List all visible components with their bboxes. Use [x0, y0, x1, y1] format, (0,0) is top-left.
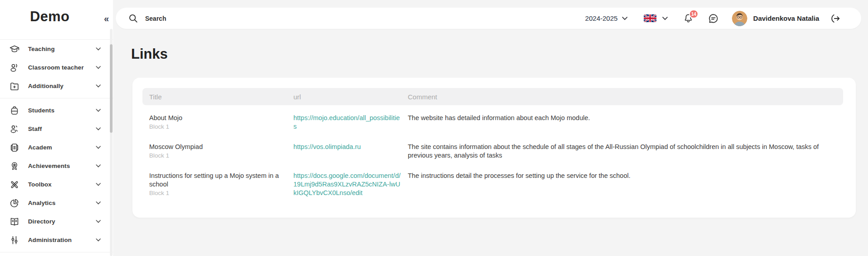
sidebar-item-label: Analytics [28, 200, 56, 206]
link-comment: The site contains information about the … [408, 143, 839, 160]
logout-icon [829, 13, 841, 24]
sidebar-item-teaching[interactable]: Teaching [0, 40, 113, 58]
topbar-right: 2024-2025 14 Davidenkova Natalia [585, 11, 841, 26]
notifications-button[interactable]: 14 [683, 13, 694, 24]
comment-cell: The instructions detail the processes fo… [408, 172, 843, 180]
link-url[interactable]: https://vos.olimpiada.ru [293, 143, 401, 151]
journal-icon [9, 142, 20, 153]
link-title: About Mojo [149, 114, 288, 122]
link-comment: The instructions detail the processes fo… [408, 172, 839, 180]
sliders-icon [9, 235, 20, 246]
topbar: Search 2024-2025 14 Davidenkova N [116, 8, 861, 29]
chevron-down-icon [622, 17, 627, 20]
page-title: Links [131, 46, 168, 62]
sidebar-item-label: Academ [28, 144, 52, 151]
link-url[interactable]: https://mojo.education/all_possibilities [293, 114, 401, 131]
language-selector[interactable] [644, 14, 668, 22]
sidebar-item-directory[interactable]: Directory [0, 212, 113, 231]
chevron-down-icon [96, 220, 101, 223]
url-cell: https://mojo.education/all_possibilities [293, 114, 408, 131]
avatar[interactable] [732, 11, 747, 26]
table-row: About Mojo Block 1 https://mojo.educatio… [142, 114, 843, 131]
chevron-down-icon [96, 109, 101, 112]
sidebar-item-analytics[interactable]: Analytics [0, 194, 113, 212]
sidebar-item-label: Staff [28, 126, 42, 132]
comment-cell: The website has detailed information abo… [408, 114, 843, 122]
search-placeholder: Search [145, 15, 166, 22]
comment-cell: The site contains information about the … [408, 143, 843, 160]
sidebar-item-students[interactable]: Students [0, 101, 113, 120]
url-cell: https://vos.olimpiada.ru [293, 143, 408, 151]
sidebar-item-achievements[interactable]: Achievements [0, 157, 113, 175]
sidebar-nav: Teaching Classroom teacher Additionally … [0, 40, 113, 252]
search-icon [128, 14, 138, 23]
link-title: Moscow Olympiad [149, 143, 288, 151]
link-title: Instructions for setting up a Mojo syste… [149, 172, 288, 189]
table-header-row: Title url Comment [142, 88, 843, 105]
link-block: Block 1 [149, 152, 288, 159]
logout-button[interactable] [829, 13, 841, 24]
sidebar-scrollbar-track[interactable] [110, 29, 113, 256]
sidebar-item-label: Teaching [28, 46, 55, 52]
sidebar-item-label: Achievements [28, 163, 70, 169]
chevron-down-icon [96, 183, 101, 186]
link-url[interactable]: https://docs.google.com/document/d/19Lmj… [293, 172, 401, 197]
sidebar-divider [0, 98, 113, 98]
sidebar-item-additionally[interactable]: Additionally [0, 77, 113, 95]
uk-flag-icon [644, 14, 656, 22]
backpack-icon [9, 105, 20, 116]
column-header-title: Title [142, 93, 293, 101]
chevron-down-icon [96, 238, 101, 242]
graduation-cap-icon [9, 44, 20, 55]
sidebar-item-label: Students [28, 107, 55, 114]
sidebar-collapse-icon[interactable]: « [104, 14, 109, 23]
title-cell: About Mojo Block 1 [142, 114, 293, 130]
sidebar-item-label: Classroom teacher [28, 64, 84, 71]
chevron-down-icon [96, 84, 101, 88]
sidebar-item-staff[interactable]: Staff [0, 120, 113, 138]
chevron-down-icon [96, 127, 101, 130]
crossed-pencils-icon [9, 179, 20, 190]
sidebar-item-academ[interactable]: Academ [0, 138, 113, 157]
chat-bubble-icon [708, 13, 719, 24]
table-body: About Mojo Block 1 https://mojo.educatio… [142, 105, 843, 197]
open-book-icon [9, 216, 20, 227]
app-logo: Demo [0, 9, 99, 25]
sidebar-item-label: Directory [28, 218, 55, 225]
chevron-down-icon [662, 17, 668, 20]
link-block: Block 1 [149, 189, 288, 197]
links-table: Title url Comment About Mojo Block 1 htt… [142, 88, 843, 209]
sidebar-item-label: Additionally [28, 83, 63, 89]
sidebar-item-label: Toolbox [28, 181, 52, 188]
sidebar-item-classroom-teacher[interactable]: Classroom teacher [0, 58, 113, 77]
messages-button[interactable] [708, 13, 719, 24]
person-speaking-icon [9, 62, 20, 73]
chevron-down-icon [96, 164, 101, 168]
chevron-down-icon [96, 201, 101, 205]
person-icon [9, 124, 20, 135]
sidebar-divider [0, 252, 113, 252]
logo-row: Demo « [0, 0, 113, 40]
table-row: Moscow Olympiad Block 1 https://vos.olim… [142, 143, 843, 160]
title-cell: Moscow Olympiad Block 1 [142, 143, 293, 159]
search-input[interactable]: Search [128, 14, 166, 23]
medal-icon [9, 161, 20, 172]
chevron-down-icon [96, 66, 101, 69]
sidebar: Demo « Teaching Classroom teacher Additi… [0, 0, 113, 256]
column-header-url: url [293, 93, 408, 101]
links-card: Title url Comment About Mojo Block 1 htt… [132, 78, 856, 218]
notifications-badge: 14 [689, 9, 698, 19]
sidebar-scrollbar-thumb[interactable] [110, 44, 113, 133]
chevron-down-icon [96, 146, 101, 149]
folder-plus-icon [9, 81, 20, 92]
table-row: Instructions for setting up a Mojo syste… [142, 172, 843, 197]
sidebar-item-administration[interactable]: Administration [0, 231, 113, 249]
link-comment: The website has detailed information abo… [408, 114, 839, 122]
user-name[interactable]: Davidenkova Natalia [753, 14, 819, 22]
sidebar-item-toolbox[interactable]: Toolbox [0, 175, 113, 194]
column-header-comment: Comment [408, 93, 843, 101]
chevron-down-icon [96, 47, 101, 51]
year-value: 2024-2025 [585, 14, 618, 22]
pie-chart-icon [9, 198, 20, 209]
year-selector[interactable]: 2024-2025 [585, 14, 627, 22]
